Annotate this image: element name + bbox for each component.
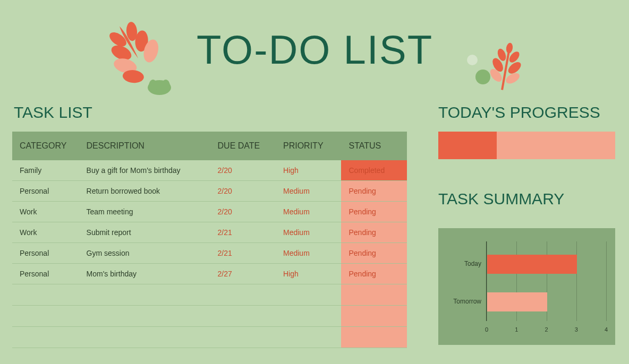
cell-status-empty: [341, 306, 407, 327]
cell-status: Pending: [341, 181, 407, 202]
progress-fill: [438, 132, 497, 159]
chart-tick: 2: [545, 326, 548, 333]
cell-description: Team meeting: [79, 202, 210, 222]
cell-status-empty: [341, 284, 407, 306]
table-row-empty: [12, 306, 407, 327]
table-row[interactable]: PersonalMom's birthday2/27HighPending: [12, 264, 407, 284]
task-table: CATEGORY DESCRIPTION DUE DATE PRIORITY S…: [12, 132, 407, 348]
cell-description: Submit report: [79, 222, 210, 243]
cell-status: Pending: [341, 264, 407, 284]
chart-tick: 3: [575, 326, 578, 333]
chart-tick: 0: [485, 326, 488, 333]
cell-category: Work: [12, 222, 79, 243]
cell-description: Buy a gift for Mom's birthday: [79, 160, 210, 181]
task-list-heading: TASK LIST: [14, 103, 92, 122]
cell-status: Pending: [341, 222, 407, 243]
cell-description: Mom's birthday: [79, 264, 210, 284]
summary-heading: TASK SUMMARY: [438, 190, 564, 208]
chart-tick: 1: [515, 326, 518, 333]
table-row[interactable]: WorkTeam meeting2/20MediumPending: [12, 202, 407, 222]
page-title: TO-DO LIST: [197, 27, 433, 73]
cell-priority: High: [276, 160, 341, 181]
table-row-empty: [12, 327, 407, 348]
chart-category-label: Today: [444, 260, 481, 267]
svg-point-8: [149, 80, 157, 92]
cell-description: Return borrowed book: [79, 181, 210, 202]
chart-tick: 4: [605, 326, 608, 333]
cell-priority: Medium: [276, 181, 341, 202]
cell-category: Family: [12, 160, 79, 181]
cell-category: Personal: [12, 181, 79, 202]
svg-point-9: [162, 80, 170, 92]
cell-status: Pending: [341, 243, 407, 264]
chart-category-label: Tomorrow: [444, 298, 481, 305]
decorative-leaf-left: [98, 16, 183, 98]
cell-status: Completed: [341, 160, 407, 181]
col-header-priority: PRIORITY: [276, 132, 341, 160]
cell-priority: Medium: [276, 202, 341, 222]
cell-due: 2/21: [210, 222, 276, 243]
chart-bar: [487, 292, 547, 311]
col-header-description: DESCRIPTION: [79, 132, 210, 160]
svg-point-11: [475, 70, 490, 84]
decorative-leaf-right: [464, 40, 533, 100]
table-row[interactable]: PersonalGym session2/21MediumPending: [12, 243, 407, 264]
task-summary-chart: 01234TodayTomorrow: [438, 228, 615, 345]
cell-status: Pending: [341, 202, 407, 222]
cell-category: Personal: [12, 243, 79, 264]
col-header-due: DUE DATE: [210, 132, 276, 160]
cell-due: 2/20: [210, 160, 276, 181]
cell-due: 2/20: [210, 202, 276, 222]
cell-description: Gym session: [79, 243, 210, 264]
cell-due: 2/20: [210, 181, 276, 202]
table-row-empty: [12, 284, 407, 306]
cell-category: Work: [12, 202, 79, 222]
table-header-row: CATEGORY DESCRIPTION DUE DATE PRIORITY S…: [12, 132, 407, 160]
chart-bar: [487, 255, 577, 274]
cell-due: 2/21: [210, 243, 276, 264]
cell-due: 2/27: [210, 264, 276, 284]
cell-priority: Medium: [276, 222, 341, 243]
cell-priority: High: [276, 264, 341, 284]
cell-priority: Medium: [276, 243, 341, 264]
cell-status-empty: [341, 327, 407, 348]
svg-point-10: [467, 55, 478, 65]
header: TO-DO LIST: [0, 0, 629, 93]
table-row[interactable]: PersonalReturn borrowed book2/20MediumPe…: [12, 181, 407, 202]
table-row[interactable]: WorkSubmit report2/21MediumPending: [12, 222, 407, 243]
progress-bar: [438, 132, 615, 159]
svg-point-18: [505, 42, 513, 54]
chart-plot-area: 01234TodayTomorrow: [486, 241, 606, 321]
table-row[interactable]: FamilyBuy a gift for Mom's birthday2/20H…: [12, 160, 407, 181]
col-header-status: STATUS: [341, 132, 407, 160]
cell-category: Personal: [12, 264, 79, 284]
col-header-category: CATEGORY: [12, 132, 79, 160]
progress-heading: TODAY'S PROGRESS: [438, 103, 600, 122]
